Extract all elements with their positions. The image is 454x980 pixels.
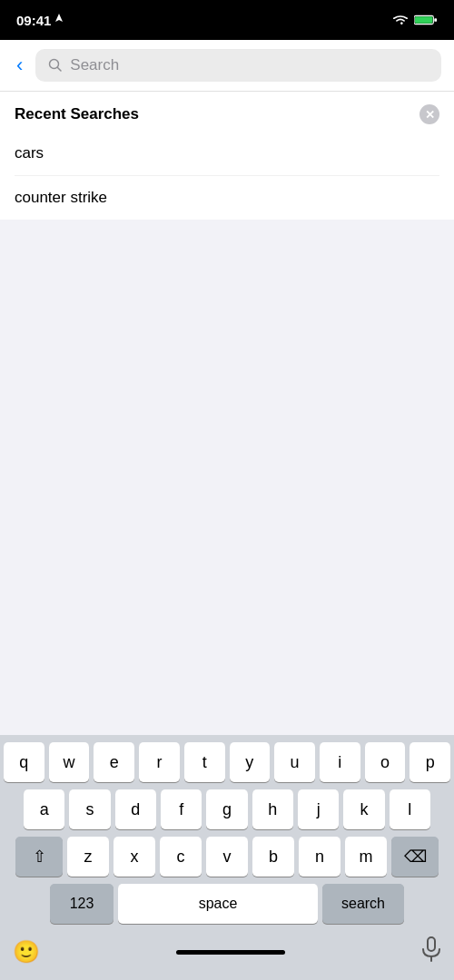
key-m[interactable]: m xyxy=(345,837,387,877)
keyboard-row-2: a s d f g h j k l xyxy=(4,789,450,829)
empty-area xyxy=(0,220,454,528)
battery-icon xyxy=(414,14,438,26)
key-a[interactable]: a xyxy=(24,789,64,829)
keyboard-row-3: ⇧ z x c v b n m ⌫ xyxy=(4,837,450,877)
svg-rect-1 xyxy=(415,16,433,23)
key-j[interactable]: j xyxy=(298,789,339,829)
search-input-box[interactable]: Search xyxy=(35,49,441,82)
key-l[interactable]: l xyxy=(390,789,430,829)
clear-recent-button[interactable]: ✕ xyxy=(419,104,439,124)
back-button[interactable]: ‹ xyxy=(13,54,26,77)
key-c[interactable]: c xyxy=(160,837,202,877)
keyboard: q w e r t y u i o p a s d f g h j k l ⇧ … xyxy=(0,735,454,980)
key-n[interactable]: n xyxy=(299,837,340,877)
key-z[interactable]: z xyxy=(67,837,109,877)
time-label: 09:41 xyxy=(16,13,51,28)
svg-rect-5 xyxy=(428,937,435,951)
mic-icon xyxy=(421,936,441,962)
key-f[interactable]: f xyxy=(161,789,202,829)
key-u[interactable]: u xyxy=(274,742,315,782)
search-placeholder: Search xyxy=(70,56,119,74)
key-d[interactable]: d xyxy=(115,789,156,829)
location-icon xyxy=(54,14,64,26)
status-bar: 09:41 xyxy=(0,0,454,40)
key-h[interactable]: h xyxy=(252,789,293,829)
keyboard-row-4: 123 space search xyxy=(4,884,450,924)
status-time: 09:41 xyxy=(16,13,64,28)
key-b[interactable]: b xyxy=(252,837,294,877)
status-icons xyxy=(392,14,438,26)
mic-button[interactable] xyxy=(421,936,441,967)
key-w[interactable]: w xyxy=(49,742,90,782)
shift-key[interactable]: ⇧ xyxy=(15,837,63,877)
key-o[interactable]: o xyxy=(365,742,406,782)
key-x[interactable]: x xyxy=(114,837,155,877)
key-e[interactable]: e xyxy=(94,742,134,782)
svg-line-4 xyxy=(58,68,62,72)
key-t[interactable]: t xyxy=(184,742,225,782)
key-k[interactable]: k xyxy=(343,789,384,829)
key-g[interactable]: g xyxy=(206,789,247,829)
key-y[interactable]: y xyxy=(230,742,271,782)
svg-rect-2 xyxy=(434,18,437,22)
search-area: ‹ Search xyxy=(0,40,454,92)
search-item-counter-strike[interactable]: counter strike xyxy=(15,176,439,220)
content-area: Recent Searches ✕ cars counter strike xyxy=(0,92,454,220)
numbers-key[interactable]: 123 xyxy=(50,884,114,924)
home-indicator xyxy=(176,950,285,955)
search-item-cars[interactable]: cars xyxy=(15,132,439,176)
key-p[interactable]: p xyxy=(410,742,450,782)
key-i[interactable]: i xyxy=(320,742,360,782)
wifi-icon xyxy=(392,14,409,26)
backspace-key[interactable]: ⌫ xyxy=(391,837,439,877)
key-r[interactable]: r xyxy=(139,742,180,782)
keyboard-row-1: q w e r t y u i o p xyxy=(4,742,450,782)
key-q[interactable]: q xyxy=(4,742,44,782)
key-v[interactable]: v xyxy=(206,837,248,877)
search-key[interactable]: search xyxy=(322,884,404,924)
recent-searches-title: Recent Searches xyxy=(15,105,139,123)
search-icon xyxy=(48,58,63,73)
recent-header: Recent Searches ✕ xyxy=(15,92,439,132)
emoji-button[interactable]: 🙂 xyxy=(13,939,40,965)
key-s[interactable]: s xyxy=(69,789,110,829)
keyboard-bottom: 🙂 xyxy=(4,931,450,976)
space-key[interactable]: space xyxy=(118,884,318,924)
